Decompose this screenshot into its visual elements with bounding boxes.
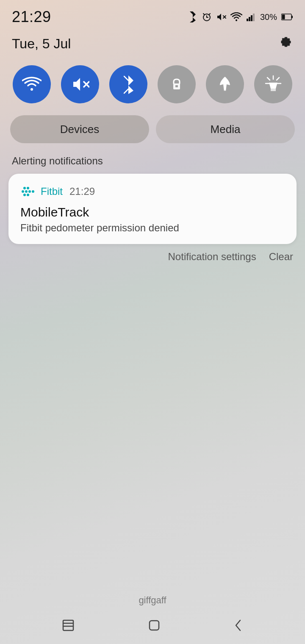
devices-tab[interactable]: Devices bbox=[10, 115, 149, 143]
airplane-mode-toggle[interactable] bbox=[206, 65, 244, 103]
mute-status-icon bbox=[216, 12, 226, 22]
media-tab[interactable]: Media bbox=[156, 115, 295, 143]
svg-rect-27 bbox=[63, 620, 73, 630]
notification-card[interactable]: Fitbit 21:29 MobileTrack Fitbit pedomete… bbox=[8, 174, 297, 244]
svg-point-24 bbox=[32, 190, 34, 193]
svg-rect-30 bbox=[150, 621, 159, 630]
notification-body: Fitbit pedometer permission denied bbox=[20, 222, 285, 234]
notification-header: Fitbit 21:29 bbox=[20, 184, 285, 199]
notification-title: MobileTrack bbox=[20, 205, 285, 219]
svg-point-21 bbox=[22, 190, 24, 193]
status-bar: 21:29 bbox=[0, 0, 305, 31]
notification-clear-button[interactable]: Clear bbox=[269, 251, 293, 263]
svg-point-12 bbox=[30, 88, 33, 91]
svg-rect-11 bbox=[282, 15, 285, 19]
svg-rect-7 bbox=[253, 14, 255, 21]
svg-point-25 bbox=[23, 194, 26, 196]
wifi-status-icon bbox=[230, 12, 242, 22]
svg-point-23 bbox=[28, 190, 31, 193]
svg-point-3 bbox=[236, 19, 237, 21]
notification-time: 21:29 bbox=[69, 186, 95, 197]
recent-apps-button[interactable] bbox=[61, 618, 76, 633]
battery-icon bbox=[281, 13, 293, 21]
svg-rect-4 bbox=[247, 19, 248, 21]
svg-point-26 bbox=[27, 194, 29, 196]
settings-button[interactable] bbox=[279, 35, 293, 53]
alerting-heading: Alerting notifications bbox=[0, 150, 305, 171]
rotation-lock-toggle[interactable] bbox=[158, 65, 196, 103]
alarm-status-icon bbox=[202, 12, 212, 22]
navigation-bar bbox=[0, 607, 305, 644]
bluetooth-toggle[interactable] bbox=[109, 65, 147, 103]
date-row: Tue, 5 Jul bbox=[0, 31, 305, 61]
wifi-toggle[interactable] bbox=[13, 65, 51, 103]
home-button[interactable] bbox=[146, 617, 162, 633]
status-icons: 30% bbox=[188, 11, 293, 22]
svg-rect-10 bbox=[291, 16, 293, 18]
back-button[interactable] bbox=[233, 618, 244, 633]
svg-point-20 bbox=[27, 187, 29, 189]
date-display: Tue, 5 Jul bbox=[12, 36, 71, 52]
signal-status-icon bbox=[247, 13, 256, 21]
notification-settings-button[interactable]: Notification settings bbox=[168, 251, 256, 263]
svg-rect-6 bbox=[251, 15, 252, 21]
svg-point-22 bbox=[25, 190, 28, 193]
battery-percent: 30% bbox=[260, 12, 277, 22]
tab-row: Devices Media bbox=[0, 112, 305, 150]
svg-rect-18 bbox=[271, 89, 276, 91]
svg-rect-16 bbox=[175, 85, 178, 87]
carrier-label: giffgaff bbox=[139, 595, 166, 606]
fitbit-app-icon bbox=[20, 184, 36, 199]
svg-point-19 bbox=[23, 187, 26, 189]
torch-toggle[interactable] bbox=[254, 65, 292, 103]
status-time: 21:29 bbox=[12, 8, 51, 26]
svg-marker-17 bbox=[269, 83, 277, 89]
notification-actions: Notification settings Clear bbox=[0, 244, 305, 265]
mute-toggle[interactable] bbox=[61, 65, 99, 103]
svg-rect-5 bbox=[249, 17, 250, 21]
notification-app-name: Fitbit bbox=[41, 186, 63, 197]
quick-toggles-row bbox=[0, 61, 305, 112]
bluetooth-status-icon bbox=[188, 11, 197, 22]
